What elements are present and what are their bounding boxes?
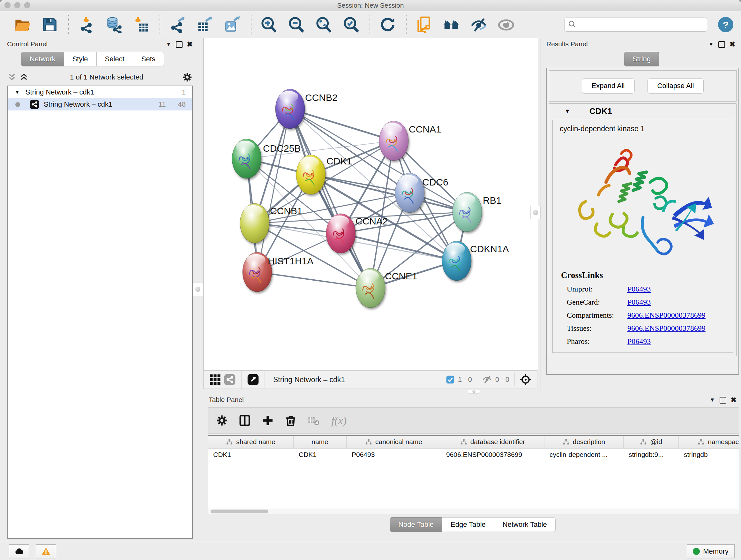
network-node-RB1[interactable] [453, 192, 482, 232]
import-network-from-database-button[interactable] [105, 16, 123, 34]
export-network-button[interactable] [169, 16, 186, 34]
table-panel-close-icon[interactable]: ✖ [731, 396, 737, 404]
import-network-from-file-button[interactable] [77, 16, 95, 34]
left-splitter[interactable] [201, 38, 201, 389]
tab-select[interactable]: Select [97, 52, 133, 66]
table-options-gear-button[interactable] [215, 414, 229, 428]
warnings-button[interactable] [36, 544, 56, 558]
apply-layout-button[interactable] [379, 16, 396, 34]
hidden-eye-icon[interactable] [482, 374, 492, 385]
show-column-button[interactable] [239, 414, 253, 428]
crosslink-link[interactable]: P06493 [627, 337, 651, 346]
expand-all-networks-icon[interactable] [7, 73, 17, 81]
node-result-header[interactable]: ▼ CDK1 [549, 104, 736, 118]
save-session-button[interactable] [41, 16, 59, 34]
node-result-expander-icon[interactable]: ▼ [564, 108, 570, 115]
birds-eye-view-icon[interactable] [247, 374, 259, 385]
tab-network-table[interactable]: Network Table [494, 517, 556, 532]
tab-edge-table[interactable]: Edge Table [442, 517, 494, 532]
cloud-button[interactable] [9, 544, 29, 558]
table-cell[interactable]: CDK1 [293, 449, 347, 461]
table-panel-menu-icon[interactable]: ▼ [710, 397, 715, 403]
column-header-database-identifier[interactable]: database identifier [441, 436, 544, 448]
left-splitter-handle[interactable] [193, 283, 203, 296]
network-edge-CCNA2-CDKN1A[interactable] [341, 233, 457, 261]
hide-selected-button[interactable] [470, 16, 488, 34]
tab-sets[interactable]: Sets [133, 52, 164, 66]
show-all-button[interactable] [497, 16, 515, 34]
tab-node-table[interactable]: Node Table [390, 517, 442, 532]
export-table-button[interactable] [196, 16, 214, 34]
open-session-button[interactable] [13, 16, 31, 34]
zoom-fit-content-button[interactable] [315, 16, 333, 34]
tab-string[interactable]: String [624, 52, 659, 66]
network-collection-row[interactable]: ▼ String Network – cdk1 1 [8, 86, 192, 98]
column-header-shared-name[interactable]: shared name [208, 436, 293, 448]
selected-checkbox-icon[interactable] [446, 375, 455, 384]
control-panel-menu-icon[interactable]: ▼ [166, 41, 172, 48]
column-header-description[interactable]: description [544, 436, 623, 448]
network-node-CCNB2[interactable] [275, 89, 305, 129]
table-cell[interactable]: stringdb [679, 449, 739, 461]
network-node-CDC25B[interactable] [232, 139, 261, 179]
table-cell[interactable]: CDK1 [208, 449, 293, 461]
results-panel-menu-icon[interactable]: ▼ [709, 41, 714, 48]
import-table-from-file-button[interactable] [132, 16, 150, 34]
column-header-@id[interactable]: @id [623, 436, 679, 448]
create-column-button[interactable] [261, 414, 275, 428]
expand-all-button[interactable]: Expand All [582, 78, 635, 94]
tab-style[interactable]: Style [64, 52, 97, 66]
results-panel-float-icon[interactable] [718, 41, 725, 48]
grid-view-icon[interactable] [209, 374, 221, 385]
network-view-icon[interactable] [224, 374, 235, 385]
table-panel-float-icon[interactable] [720, 397, 726, 403]
results-panel-close-icon[interactable]: ✖ [730, 40, 735, 49]
column-header-name[interactable]: name [293, 436, 347, 448]
network-node-CDK1[interactable] [296, 155, 326, 194]
network-node-CCNE1[interactable] [356, 268, 385, 308]
crosslink-link[interactable]: P06493 [627, 285, 651, 294]
column-header-namespace[interactable]: namespace [679, 436, 739, 448]
network-edge-HIST1H1A-CCNE1[interactable] [257, 272, 370, 288]
table-horizontal-scrollbar[interactable] [208, 509, 739, 514]
network-edge-CCNB2-HIST1H1A[interactable] [257, 109, 290, 272]
crosslink-link[interactable]: P06493 [627, 298, 651, 307]
table-row[interactable]: CDK1CDK1P064939606.ENSP00000378699cyclin… [208, 449, 739, 461]
memory-button[interactable]: Memory [687, 544, 735, 558]
collapse-all-button[interactable]: Collapse All [648, 78, 704, 94]
zoom-out-button[interactable] [287, 16, 305, 34]
export-image-button[interactable] [223, 16, 241, 34]
network-row-selected[interactable]: String Network – cdk1 1148 [8, 98, 192, 111]
table-cell[interactable]: cyclin-dependent ... [544, 449, 623, 461]
right-splitter[interactable] [541, 38, 541, 393]
zoom-in-button[interactable] [260, 16, 278, 34]
network-options-gear-icon[interactable] [182, 72, 193, 83]
clone-network-button[interactable] [415, 16, 433, 34]
collapse-all-networks-icon[interactable] [19, 73, 29, 81]
control-panel-close-icon[interactable]: ✖ [187, 40, 193, 49]
help-button[interactable]: ? [718, 17, 733, 32]
crosslink-link[interactable]: 9606.ENSP00000378699 [627, 311, 705, 320]
crosslink-link[interactable]: 9606.ENSP00000378699 [627, 324, 705, 333]
search-input[interactable] [564, 17, 707, 32]
scrollbar-thumb[interactable] [211, 509, 268, 513]
network-node-CDKN1A[interactable] [442, 241, 471, 281]
network-node-CCNA1[interactable] [379, 121, 408, 161]
fit-selected-crosshair-icon[interactable] [519, 373, 532, 386]
table-cell[interactable]: stringdb:9... [623, 449, 679, 461]
network-canvas[interactable]: CCNB2CCNA1CDC25BCDK1CDC6RB1CCNB1CCNA2CDK… [203, 38, 538, 370]
network-node-CDC6[interactable] [395, 173, 424, 212]
network-node-CCNB1[interactable] [240, 203, 269, 243]
two-houses-button[interactable] [442, 16, 460, 34]
network-node-CCNA2[interactable] [326, 213, 355, 253]
right-splitter-handle[interactable] [530, 206, 541, 219]
network-edge-CCNB2-CCNA1[interactable] [290, 109, 394, 141]
zoom-selected-button[interactable] [342, 16, 360, 34]
table-cell[interactable]: 9606.ENSP00000378699 [441, 449, 544, 461]
collection-expander-icon[interactable]: ▼ [15, 89, 20, 95]
tab-network[interactable]: Network [21, 52, 64, 66]
table-cell[interactable]: P06493 [347, 449, 441, 461]
control-panel-float-icon[interactable] [176, 41, 183, 48]
node-table[interactable]: shared namenamecanonical namedatabase id… [208, 435, 739, 509]
column-header-canonical-name[interactable]: canonical name [347, 436, 441, 448]
